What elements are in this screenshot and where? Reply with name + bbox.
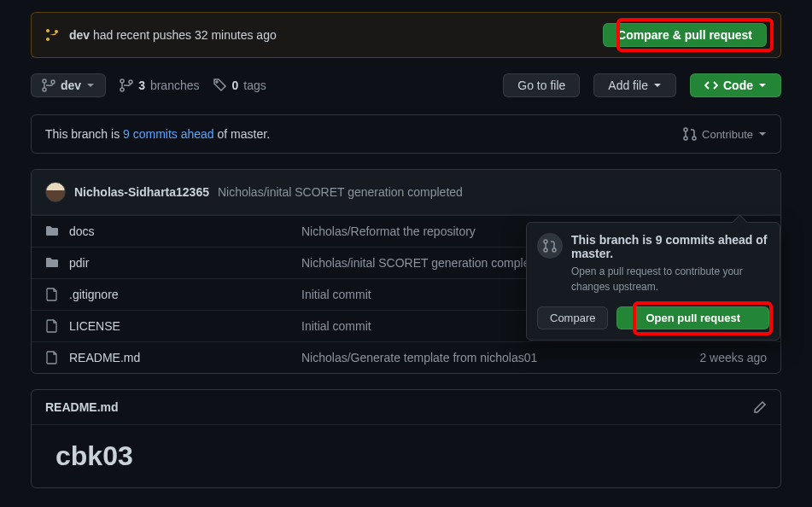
pencil-icon (753, 400, 767, 414)
file-commit-message[interactable]: Nicholas/Generate template from nicholas… (301, 351, 647, 364)
file-name-link[interactable]: pdir (69, 256, 89, 270)
edit-readme-button[interactable] (753, 400, 767, 414)
file-icon (45, 319, 59, 333)
svg-point-8 (544, 248, 547, 252)
svg-point-7 (544, 240, 547, 243)
svg-point-6 (692, 137, 696, 140)
pull-request-icon (683, 127, 697, 141)
latest-commit-row: Nicholas-Sidharta12365 Nicholas/inital S… (32, 170, 780, 215)
file-commit-time: 2 weeks ago (647, 351, 767, 364)
svg-point-4 (684, 128, 687, 131)
contribute-dropdown: This branch is 9 commits ahead of master… (526, 222, 780, 341)
folder-icon (45, 224, 59, 238)
svg-point-0 (120, 79, 124, 83)
file-row: README.mdNicholas/Generate template from… (32, 341, 780, 373)
folder-icon (45, 256, 59, 270)
commit-author[interactable]: Nicholas-Sidharta12365 (74, 185, 209, 199)
chevron-down-icon (758, 130, 767, 138)
readme-box: README.md cbk03 (31, 389, 781, 488)
chevron-down-icon (86, 81, 95, 90)
avatar[interactable] (45, 182, 66, 202)
readme-title: cbk03 (55, 440, 757, 472)
branch-name: dev (61, 79, 81, 92)
svg-point-1 (120, 88, 124, 91)
dropdown-title: This branch is 9 commits ahead of master… (571, 233, 769, 260)
contribute-button[interactable]: Contribute (683, 127, 767, 141)
banner-branch-name: dev (69, 28, 90, 42)
banner-text-after: had recent pushes 32 minutes ago (90, 28, 277, 42)
compare-pull-request-button[interactable]: Compare & pull request (603, 23, 767, 47)
dropdown-subtitle: Open a pull request to contribute your c… (571, 264, 769, 294)
banner-text: dev had recent pushes 32 minutes ago (45, 28, 277, 42)
branch-icon (45, 28, 62, 42)
recent-push-banner: dev had recent pushes 32 minutes ago Com… (31, 12, 781, 58)
code-icon (704, 79, 718, 92)
file-icon (45, 351, 59, 364)
tag-icon (213, 79, 227, 92)
file-icon (45, 288, 59, 301)
repo-toolbar: dev 3 branches 0 tags Go to file Add fil… (31, 73, 781, 97)
code-button[interactable]: Code (690, 73, 781, 97)
file-name-link[interactable]: README.md (69, 351, 140, 364)
commits-ahead-link[interactable]: 9 commits ahead (123, 127, 214, 141)
file-name-link[interactable]: LICENSE (69, 319, 120, 333)
readme-filename[interactable]: README.md (45, 400, 119, 414)
commit-message[interactable]: Nicholas/inital SCORET generation comple… (218, 185, 463, 199)
file-name-link[interactable]: .gitignore (69, 288, 119, 301)
svg-point-3 (216, 81, 218, 83)
compare-button[interactable]: Compare (537, 306, 608, 329)
branches-link[interactable]: 3 branches (120, 79, 199, 92)
svg-point-9 (552, 248, 556, 252)
chevron-down-icon (758, 81, 767, 90)
svg-point-5 (684, 137, 687, 140)
branch-icon (120, 79, 133, 92)
tags-link[interactable]: 0 tags (213, 79, 266, 92)
branch-info-text: This branch is 9 commits ahead of master… (45, 127, 270, 141)
branch-icon (42, 79, 55, 92)
pull-request-icon (537, 233, 563, 259)
branch-info-bar: This branch is 9 commits ahead of master… (31, 114, 781, 154)
open-pull-request-button[interactable]: Open pull request (616, 306, 769, 329)
goto-file-button[interactable]: Go to file (503, 73, 580, 97)
chevron-down-icon (653, 81, 662, 90)
branch-selector[interactable]: dev (31, 73, 106, 97)
file-name-link[interactable]: docs (69, 224, 95, 238)
add-file-button[interactable]: Add file (593, 73, 676, 97)
svg-point-2 (129, 80, 132, 84)
